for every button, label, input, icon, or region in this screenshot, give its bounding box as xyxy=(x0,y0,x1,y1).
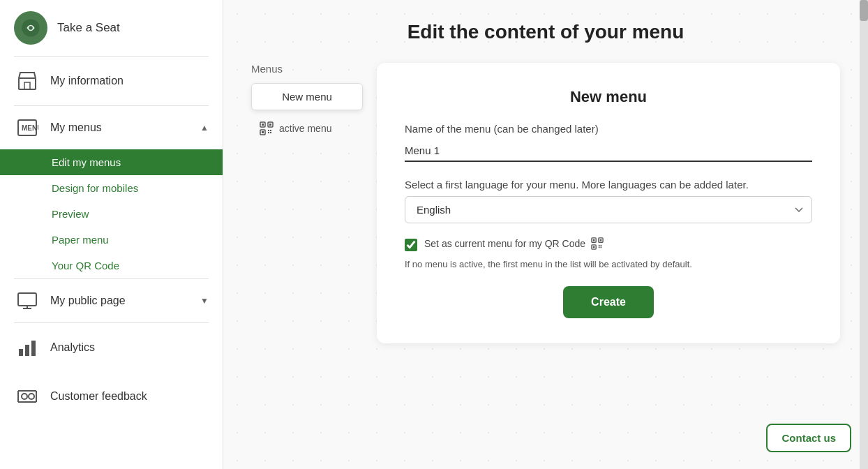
svg-text:MENU: MENU xyxy=(22,124,38,132)
app-logo xyxy=(14,11,47,45)
brand-name: Take a Seat xyxy=(57,21,120,35)
active-menu-item[interactable]: active menu xyxy=(251,116,363,141)
checkbox-row: Set as current menu for my QR Code xyxy=(405,237,812,252)
svg-rect-2 xyxy=(19,78,36,89)
sidebar-item-design-for-mobiles[interactable]: Design for mobiles xyxy=(0,175,223,201)
qr-code-checkbox[interactable] xyxy=(405,239,417,251)
page-title: Edit the content of your menu xyxy=(251,21,840,43)
menus-panel: Menus New menu active xyxy=(251,63,363,141)
chevron-up-icon: ▲ xyxy=(200,123,209,133)
sidebar-item-my-information[interactable]: My information xyxy=(0,57,223,105)
name-label: Name of the menu (can be changed later) xyxy=(405,123,812,135)
my-menus-label: My menus xyxy=(50,121,190,134)
qr-code-icon xyxy=(591,237,604,252)
qr-icon xyxy=(260,121,274,135)
svg-rect-27 xyxy=(268,132,269,133)
svg-rect-32 xyxy=(593,239,595,241)
svg-rect-23 xyxy=(269,124,271,126)
my-menus-sub-items: Edit my menus Design for mobiles Preview… xyxy=(0,149,223,278)
svg-rect-26 xyxy=(270,130,271,131)
my-menus-header[interactable]: MENU My menus ▲ xyxy=(0,106,223,149)
svg-rect-36 xyxy=(600,245,601,246)
svg-rect-22 xyxy=(262,124,264,126)
my-public-page-header[interactable]: My public page ▼ xyxy=(0,279,223,322)
chevron-down-icon: ▼ xyxy=(200,296,209,306)
svg-rect-12 xyxy=(31,341,36,356)
checkbox-label: Set as current menu for my QR Code xyxy=(424,237,604,252)
svg-point-13 xyxy=(22,394,27,399)
sidebar-item-paper-menu[interactable]: Paper menu xyxy=(0,227,223,253)
logo-icon xyxy=(21,18,40,38)
svg-point-14 xyxy=(29,394,34,399)
svg-rect-11 xyxy=(25,345,29,356)
svg-rect-35 xyxy=(599,245,600,246)
menu-name-input[interactable] xyxy=(405,140,812,162)
svg-point-1 xyxy=(29,26,33,30)
sidebar-item-edit-my-menus[interactable]: Edit my menus xyxy=(0,149,223,175)
sidebar-item-your-qr-code[interactable]: Your QR Code xyxy=(0,253,223,278)
analytics-label: Analytics xyxy=(50,341,95,354)
my-public-page-label: My public page xyxy=(50,295,190,307)
sidebar-header: Take a Seat xyxy=(0,0,223,56)
content-area: Menus New menu active xyxy=(251,63,840,455)
menus-label: Menus xyxy=(251,63,363,75)
form-title: New menu xyxy=(405,88,812,106)
monitor-icon xyxy=(14,288,40,314)
svg-rect-3 xyxy=(24,82,30,89)
create-button[interactable]: Create xyxy=(563,286,654,318)
svg-rect-38 xyxy=(600,247,601,248)
svg-rect-28 xyxy=(270,132,271,133)
active-menu-label: active menu xyxy=(279,123,331,134)
svg-rect-10 xyxy=(19,349,23,356)
sidebar-item-analytics[interactable]: Analytics xyxy=(0,323,223,372)
svg-rect-7 xyxy=(18,293,36,306)
svg-rect-37 xyxy=(599,247,600,248)
main-inner: Edit the content of your menu Menus New … xyxy=(223,0,868,469)
svg-rect-25 xyxy=(268,130,269,131)
feedback-icon xyxy=(14,383,40,410)
language-select[interactable]: English French Spanish German Italian xyxy=(405,196,812,223)
main-content: Edit the content of your menu Menus New … xyxy=(223,0,868,469)
svg-rect-33 xyxy=(600,239,602,241)
svg-rect-34 xyxy=(593,246,595,248)
sidebar-item-customer-feedback[interactable]: Customer feedback xyxy=(0,372,223,421)
sidebar: Take a Seat My information MENU My menus xyxy=(0,0,223,469)
analytics-icon xyxy=(14,334,40,361)
my-menus-group: MENU My menus ▲ Edit my menus Design for… xyxy=(0,106,223,278)
new-menu-button[interactable]: New menu xyxy=(251,83,363,110)
menu-board-icon: MENU xyxy=(14,114,40,141)
sidebar-item-preview[interactable]: Preview xyxy=(0,201,223,227)
customer-feedback-label: Customer feedback xyxy=(50,390,147,403)
my-information-label: My information xyxy=(50,75,124,87)
info-text: If no menu is active, the first menu in … xyxy=(405,259,812,269)
store-icon xyxy=(14,68,40,94)
language-label: Select a first language for your menu. M… xyxy=(405,179,812,191)
svg-rect-24 xyxy=(262,131,264,133)
form-card: New menu Name of the menu (can be change… xyxy=(377,63,840,343)
